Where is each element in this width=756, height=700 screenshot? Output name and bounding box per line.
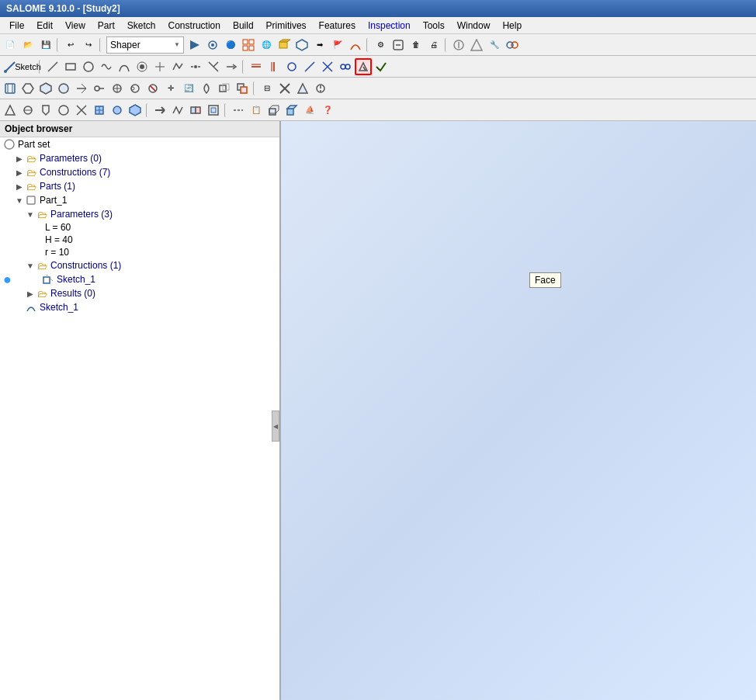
- tool-misc4[interactable]: [504, 36, 521, 54]
- tool-settings2[interactable]: [390, 36, 407, 54]
- tree-node-constructions7[interactable]: ▶ 🗁 Constructions (7): [0, 165, 279, 179]
- tree-node-params0[interactable]: ▶ 🗁 Parameters (0): [0, 151, 279, 165]
- view-tool-12[interactable]: ⊟: [258, 80, 276, 97]
- sketch-tool-8[interactable]: [169, 58, 186, 75]
- v4-tool-cube[interactable]: [265, 102, 283, 119]
- view-tool-7[interactable]: [127, 80, 144, 97]
- v4-tool-cube2[interactable]: [283, 102, 300, 119]
- undo-button[interactable]: ↩: [62, 36, 79, 54]
- view-tool-4[interactable]: [73, 80, 90, 97]
- tool-trash[interactable]: 🗑: [407, 36, 425, 54]
- sketch-tool-5[interactable]: [116, 58, 133, 75]
- v4-tool-doc[interactable]: 📋: [248, 102, 265, 119]
- tree-node-partset[interactable]: Part set: [0, 137, 279, 151]
- constraint-5[interactable]: [319, 58, 336, 75]
- tree-node-r[interactable]: r = 10: [0, 246, 279, 258]
- tool-misc2[interactable]: [468, 36, 485, 54]
- tree-node-constructions1[interactable]: ▼ 🗁 Constructions (1): [0, 258, 279, 272]
- menu-view[interactable]: View: [59, 19, 92, 33]
- sketch-tool-2[interactable]: [62, 58, 79, 75]
- menu-file[interactable]: File: [3, 19, 30, 33]
- v4-tool-8[interactable]: [127, 102, 144, 119]
- menu-sketch[interactable]: Sketch: [121, 19, 162, 33]
- view-tool-5[interactable]: [91, 80, 108, 97]
- open-button[interactable]: 📂: [19, 36, 36, 54]
- view-tool-3[interactable]: [37, 80, 54, 97]
- sketch-end-btn[interactable]: [373, 58, 390, 75]
- view-tool-14[interactable]: [294, 80, 311, 97]
- view-tool-8[interactable]: [144, 80, 161, 97]
- tool-camera[interactable]: [204, 36, 221, 54]
- v4-tool-12[interactable]: [205, 102, 222, 119]
- constraint-1[interactable]: [248, 58, 265, 75]
- tool-flag[interactable]: 🚩: [329, 36, 346, 54]
- face-tool-highlighted[interactable]: [355, 58, 372, 75]
- tool-arrow2[interactable]: ➡: [311, 36, 328, 54]
- tool-print[interactable]: 🖨: [425, 36, 442, 54]
- sketch-tool-trim[interactable]: [205, 58, 222, 75]
- panel-splitter[interactable]: ◀: [272, 411, 279, 442]
- shaper-dropdown[interactable]: Shaper: [106, 36, 184, 54]
- tree-node-L[interactable]: L = 60: [0, 221, 279, 234]
- sketch-tool-split[interactable]: [187, 58, 204, 75]
- tool-curve[interactable]: [347, 36, 364, 54]
- v4-tool-arrow[interactable]: [37, 102, 54, 119]
- tree-node-sketch1-2[interactable]: Sketch_1: [0, 300, 279, 314]
- view-move[interactable]: ✛: [162, 80, 179, 97]
- save-button[interactable]: 💾: [37, 36, 54, 54]
- sketch-tool-1[interactable]: [44, 58, 61, 75]
- tool-gear[interactable]: ⚙: [372, 36, 389, 54]
- view-tool-9[interactable]: [198, 80, 215, 97]
- tree-node-part1[interactable]: ▼ Part_1: [0, 193, 279, 207]
- view-tool-10[interactable]: [216, 80, 233, 97]
- v4-tool-7[interactable]: [109, 102, 126, 119]
- sketch-tool-3[interactable]: [80, 58, 97, 75]
- menu-edit[interactable]: Edit: [30, 19, 59, 33]
- tree-node-H[interactable]: H = 40: [0, 234, 279, 246]
- tool-grid[interactable]: [240, 36, 257, 54]
- sketch-tool-extend[interactable]: [223, 58, 240, 75]
- menu-features[interactable]: Features: [313, 19, 362, 33]
- v4-tool-6[interactable]: [91, 102, 108, 119]
- view-tool-circle[interactable]: [55, 80, 72, 97]
- view-tool-2[interactable]: [19, 80, 36, 97]
- menu-tools[interactable]: Tools: [417, 19, 451, 33]
- tree-node-sketch1-active[interactable]: ● Sketch_1: [0, 272, 279, 286]
- view-tool-6[interactable]: [109, 80, 126, 97]
- tool-misc3[interactable]: 🔧: [486, 36, 503, 54]
- redo-button[interactable]: ↪: [80, 36, 97, 54]
- view-tool-11[interactable]: [234, 80, 251, 97]
- menu-construction[interactable]: Construction: [162, 19, 227, 33]
- menu-inspection[interactable]: Inspection: [362, 19, 417, 33]
- sketch-tool-6[interactable]: [134, 58, 151, 75]
- menu-primitives[interactable]: Primitives: [260, 19, 313, 33]
- v4-tool-10[interactable]: [169, 102, 186, 119]
- tool-3d[interactable]: [293, 36, 310, 54]
- sketch-tool-4[interactable]: [98, 58, 115, 75]
- view-tool-15[interactable]: [312, 80, 329, 97]
- tool-misc1[interactable]: [450, 36, 467, 54]
- view-rotate[interactable]: 🔄: [180, 80, 197, 97]
- sketch-tool-7[interactable]: [151, 58, 168, 75]
- constraint-2[interactable]: [265, 58, 283, 75]
- constraint-3[interactable]: [283, 58, 300, 75]
- v4-tool-9[interactable]: [151, 102, 168, 119]
- v4-tool-4[interactable]: [55, 102, 72, 119]
- menu-help[interactable]: Help: [496, 19, 528, 33]
- v4-tool-11[interactable]: [187, 102, 204, 119]
- new-button[interactable]: 📄: [2, 36, 19, 54]
- view-tool-13[interactable]: [276, 80, 293, 97]
- menu-build[interactable]: Build: [227, 19, 260, 33]
- tree-node-parts1[interactable]: ▶ 🗁 Parts (1): [0, 179, 279, 193]
- tool-arrow[interactable]: [186, 36, 203, 54]
- v4-tool-2[interactable]: [19, 102, 36, 119]
- v4-tool-question[interactable]: ❓: [319, 102, 336, 119]
- constraint-4[interactable]: [301, 58, 318, 75]
- tree-node-results0[interactable]: ▶ 🗁 Results (0): [0, 286, 279, 300]
- tool-magnet[interactable]: 🔵: [222, 36, 239, 54]
- v4-tool-dash[interactable]: [230, 102, 247, 119]
- v4-tool-5[interactable]: [73, 102, 90, 119]
- v4-tool-1[interactable]: [2, 102, 19, 119]
- view-tool-1[interactable]: [2, 80, 19, 97]
- tool-box1[interactable]: [276, 36, 293, 54]
